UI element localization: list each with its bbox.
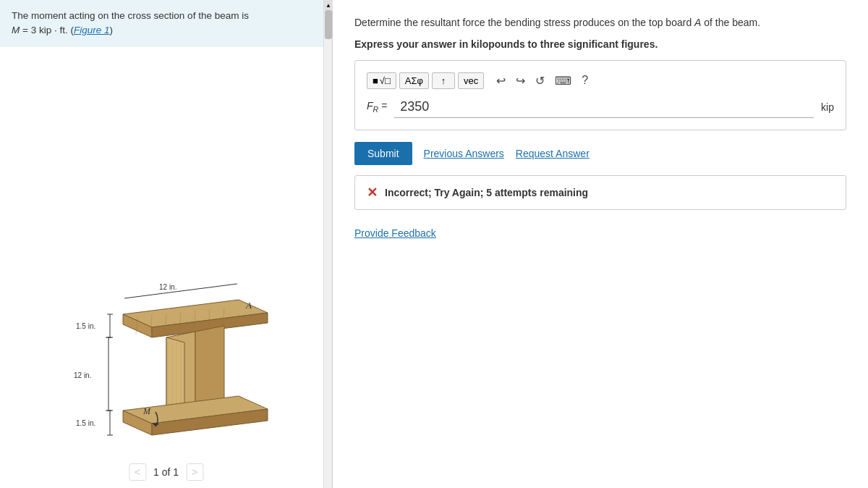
aso-btn[interactable]: ΑΣφ: [399, 72, 429, 89]
fraction-sqrt-btn[interactable]: ■ √□: [367, 72, 396, 89]
answer-area: ■ √□ ΑΣφ ↑ vec ↩ ↪ ↺ ⌨: [354, 60, 846, 130]
svg-text:12 in.: 12 in.: [159, 283, 176, 291]
answer-label: FR =: [367, 100, 387, 114]
scroll-up-btn[interactable]: ▲: [324, 0, 333, 10]
help-btn[interactable]: ?: [578, 72, 592, 88]
action-row: Submit Previous Answers Request Answer: [354, 142, 846, 165]
svg-text:1.5 in.: 1.5 in.: [76, 322, 95, 330]
problem-text-box: The moment acting on the cross section o…: [0, 0, 332, 47]
answer-unit: kip: [821, 101, 834, 113]
undo-btn[interactable]: ↩: [493, 72, 509, 89]
right-panel: Determine the resultant force the bendin…: [333, 0, 868, 488]
refresh-btn[interactable]: ↺: [532, 72, 548, 89]
scroll-thumb[interactable]: [325, 10, 332, 39]
question-emphasis: Express your answer in kilopounds to thr…: [354, 36, 846, 52]
figure-nav: < 1 of 1 >: [129, 463, 203, 481]
left-panel: The moment acting on the cross section o…: [0, 0, 333, 488]
feedback-message: Incorrect; Try Again; 5 attempts remaini…: [385, 187, 588, 198]
svg-line-25: [124, 284, 237, 298]
submit-button[interactable]: Submit: [354, 142, 412, 165]
keyboard-btn[interactable]: ⌨: [551, 72, 575, 89]
next-figure-btn[interactable]: >: [186, 463, 203, 481]
prev-figure-btn[interactable]: <: [129, 463, 146, 481]
beam-figure-svg: A 1.5 in. 12 in. 12 in. M: [43, 264, 289, 474]
answer-input-row: FR = kip: [367, 96, 834, 118]
question-text: Determine the resultant force the bendin…: [354, 14, 846, 30]
math-toolbar: ■ √□ ΑΣφ ↑ vec ↩ ↪ ↺ ⌨: [367, 72, 834, 89]
problem-line2: M = 3 kip · ft. (Figure 1): [12, 23, 320, 38]
svg-text:A: A: [245, 300, 252, 311]
feedback-icon: ✕: [367, 185, 378, 201]
figure-area: A 1.5 in. 12 in. 12 in. M: [0, 47, 332, 489]
arrow-up-btn[interactable]: ↑: [432, 72, 455, 89]
request-answer-link[interactable]: Request Answer: [516, 148, 590, 159]
redo-btn[interactable]: ↪: [512, 72, 529, 89]
svg-text:1.5 in.: 1.5 in.: [76, 419, 95, 427]
feedback-box: ✕ Incorrect; Try Again; 5 attempts remai…: [354, 175, 846, 210]
svg-text:M: M: [142, 406, 151, 416]
page-indicator: 1 of 1: [153, 466, 179, 478]
vec-btn[interactable]: vec: [458, 72, 484, 89]
provide-feedback-link[interactable]: Provide Feedback: [354, 227, 436, 239]
scrollbar[interactable]: ▲: [323, 0, 332, 488]
svg-marker-4: [195, 326, 224, 405]
problem-line1: The moment acting on the cross section o…: [12, 9, 320, 23]
answer-input[interactable]: [394, 96, 814, 118]
svg-text:12 in.: 12 in.: [74, 371, 91, 379]
figure-link[interactable]: Figure 1: [74, 25, 110, 35]
previous-answers-link[interactable]: Previous Answers: [424, 148, 504, 159]
